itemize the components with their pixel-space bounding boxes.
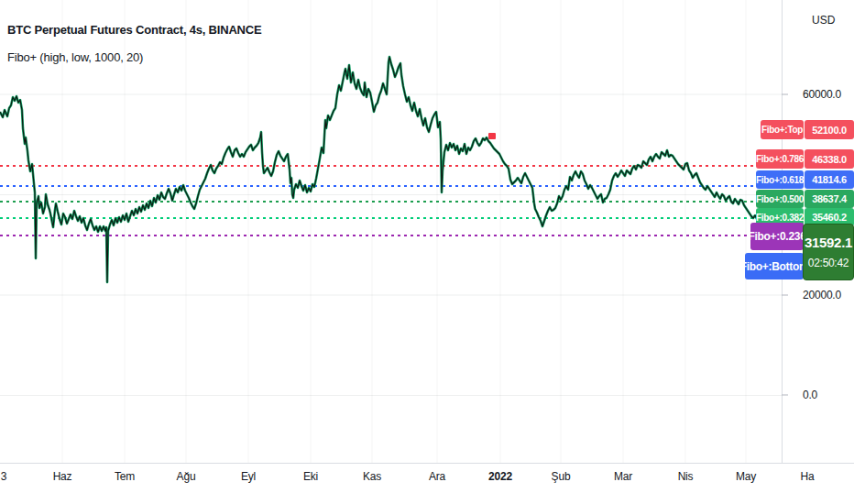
time-axis-label: 2022 [488,470,512,483]
fibo-label-fibo-0-500: Fibo+:0.500 [756,190,804,208]
last-price-value: 31592.1 [805,234,852,252]
fibo-value-fibo-0-500: 38637.4 [805,190,854,208]
price-axis-label: 20000.0 [803,289,841,301]
fibo-label-fibo-0-786: Fibo+:0.786 [756,149,804,169]
price-axis-label: 0.0 [803,389,817,401]
last-price-box: 31592.1 02:50:42 [803,224,854,280]
time-axis-label: Tem [115,470,135,483]
time-axis-label: Şub [552,470,571,483]
time-axis[interactable]: 3HazTemAğuEylEkiKasAra2022ŞubMarNisMayHa [0,463,854,504]
fibo-label-fibo-bottom: Fibo+:Bottom [745,253,804,279]
indicator-title[interactable]: Fibo+ (high, low, 1000, 20) [7,49,261,65]
bar-countdown: 02:50:42 [808,256,849,270]
trading-chart-app: BTC Perpetual Futures Contract, 4s, BINA… [0,0,854,504]
currency-label: USD [812,14,835,27]
symbol-title[interactable]: BTC Perpetual Futures Contract, 4s, BINA… [7,22,261,38]
alert-flag-icon[interactable] [488,133,496,139]
time-axis-label: 3 [1,470,6,483]
time-axis-label: Haz [53,470,72,483]
time-axis-label: Eki [303,470,318,483]
price-series [0,57,759,282]
time-axis-label: Eyl [241,470,256,483]
fibo-label-fibo-0-618: Fibo+:0.618 [756,170,804,189]
fibo-value-fibo-0-618: 41814.6 [805,170,854,189]
fibo-label-fibo-top: Fibo+:Top [761,120,804,139]
fibo-label-fibo-0-236: Fibo+:0.236 [750,223,804,250]
time-axis-label: Ağu [177,470,196,483]
time-axis-label: Mar [614,470,632,483]
time-axis-label: Ha [801,470,815,483]
time-axis-label: Kas [363,470,381,483]
time-axis-label: Nis [678,470,694,483]
fibo-value-fibo-top: 52100.0 [805,120,854,139]
price-axis-label: 60000.0 [803,88,841,101]
price-series-underlay [0,57,759,282]
time-axis-label: May [736,470,756,483]
time-axis-label: Ara [429,470,445,483]
fibo-value-fibo-0-786: 46338.0 [805,149,854,169]
chart-legend: BTC Perpetual Futures Contract, 4s, BINA… [7,22,261,77]
